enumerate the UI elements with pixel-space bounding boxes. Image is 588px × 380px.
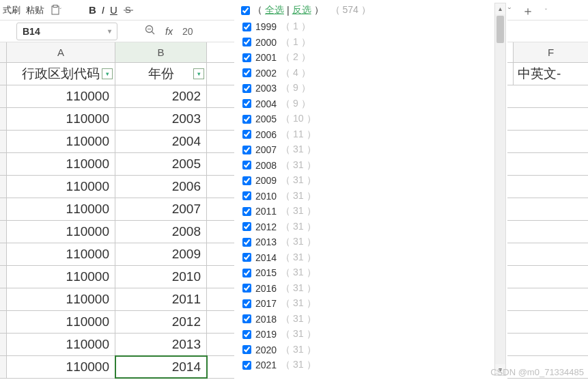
cell[interactable]: 2009 bbox=[115, 243, 207, 265]
select-all-corner[interactable] bbox=[0, 42, 7, 62]
chevron-down-icon[interactable]: ▾ bbox=[108, 27, 111, 35]
cell[interactable]: 110000 bbox=[7, 311, 115, 333]
filter-checkbox[interactable] bbox=[242, 207, 251, 216]
row-header[interactable] bbox=[0, 334, 7, 355]
cell[interactable]: 110000 bbox=[7, 198, 115, 220]
filter-button[interactable]: ▾ bbox=[193, 68, 204, 79]
plus-button[interactable]: ＋ bbox=[522, 3, 534, 19]
cell[interactable]: 2003 bbox=[115, 108, 207, 130]
filter-item[interactable]: 2018（ 31 ） bbox=[241, 312, 501, 327]
cell[interactable]: 2010 bbox=[115, 266, 207, 288]
row-header[interactable] bbox=[0, 85, 7, 107]
cell[interactable]: 110000 bbox=[7, 153, 115, 175]
zoom-icon[interactable] bbox=[145, 25, 156, 38]
filter-checkbox[interactable] bbox=[242, 176, 251, 185]
cell[interactable]: 2006 bbox=[115, 176, 207, 198]
select-all-link[interactable]: 全选 bbox=[265, 4, 284, 16]
filter-item[interactable]: 2013（ 31 ） bbox=[241, 234, 501, 250]
filter-checkbox[interactable] bbox=[242, 222, 251, 231]
select-all-checkbox[interactable] bbox=[241, 6, 250, 15]
paste-button[interactable]: 粘贴 ˇ bbox=[26, 4, 44, 16]
filter-checkbox[interactable] bbox=[242, 23, 251, 31]
cell[interactable]: 110000 bbox=[7, 266, 115, 288]
fx-label[interactable]: fx bbox=[165, 26, 173, 37]
filter-checkbox[interactable] bbox=[242, 38, 251, 46]
filter-checkbox[interactable] bbox=[242, 161, 251, 169]
cell[interactable]: 110000 bbox=[7, 356, 115, 378]
filter-item[interactable]: 1999（ 1 ） bbox=[241, 19, 501, 35]
cell[interactable]: 2013 bbox=[115, 334, 207, 355]
filter-button[interactable]: ▾ bbox=[102, 68, 113, 79]
filter-checkbox[interactable] bbox=[242, 284, 251, 293]
cell[interactable]: 2005 bbox=[115, 153, 207, 175]
row-header[interactable] bbox=[0, 131, 7, 152]
filter-item[interactable]: 2005（ 10 ） bbox=[241, 111, 501, 127]
row-header[interactable] bbox=[0, 356, 7, 378]
cell[interactable]: 110000 bbox=[7, 243, 115, 265]
cell[interactable]: 110000 bbox=[7, 85, 115, 107]
bold-button[interactable]: B bbox=[89, 4, 96, 16]
row-header[interactable] bbox=[0, 221, 7, 243]
row-header[interactable] bbox=[0, 266, 7, 288]
filter-item[interactable]: 2014（ 31 ） bbox=[241, 250, 501, 266]
filter-checkbox[interactable] bbox=[242, 361, 251, 370]
row-header[interactable] bbox=[0, 63, 7, 85]
cell[interactable]: 110000 bbox=[7, 131, 115, 152]
column-header-a[interactable]: A bbox=[7, 42, 115, 62]
filter-item[interactable]: 2009（ 31 ） bbox=[241, 173, 501, 189]
filter-checkbox[interactable] bbox=[242, 238, 251, 247]
formula-input[interactable]: 20 bbox=[182, 26, 193, 37]
filter-checkbox[interactable] bbox=[242, 99, 251, 108]
filter-item[interactable]: 2015（ 31 ） bbox=[241, 265, 501, 281]
row-header[interactable] bbox=[0, 108, 7, 130]
filter-item[interactable]: 2016（ 31 ） bbox=[241, 281, 501, 297]
filter-checkbox[interactable] bbox=[242, 314, 251, 323]
filter-item[interactable]: 2020（ 31 ） bbox=[241, 342, 501, 358]
filter-checkbox[interactable] bbox=[242, 146, 251, 154]
cell[interactable]: 2012 bbox=[115, 311, 207, 333]
filter-item[interactable]: 2006（ 11 ） bbox=[241, 127, 501, 143]
column-header-f[interactable]: F bbox=[513, 42, 588, 63]
filter-item[interactable]: 2004（ 9 ） bbox=[241, 96, 501, 112]
cell[interactable]: 110000 bbox=[7, 176, 115, 198]
filter-item[interactable]: 2008（ 31 ） bbox=[241, 158, 501, 174]
scrollbar-thumb[interactable] bbox=[496, 16, 504, 43]
filter-checkbox[interactable] bbox=[242, 191, 251, 200]
filter-item[interactable]: 2000（ 1 ） bbox=[241, 35, 501, 51]
vertical-scrollbar[interactable]: ▴ ▾ bbox=[494, 3, 506, 376]
cell[interactable]: 2004 bbox=[115, 131, 207, 152]
clipboard-icon[interactable]: ˇ bbox=[50, 5, 61, 16]
filter-item[interactable]: 2011（ 31 ） bbox=[241, 204, 501, 219]
filter-checkbox[interactable] bbox=[242, 253, 251, 262]
row-header[interactable] bbox=[0, 176, 7, 198]
format-painter-button[interactable]: 式刷 bbox=[3, 4, 20, 16]
strikethrough-button[interactable]: S bbox=[123, 5, 134, 16]
cell[interactable]: 2002 bbox=[115, 85, 207, 107]
filter-item[interactable]: 2017（ 31 ） bbox=[241, 296, 501, 312]
chevron-down-icon[interactable]: ˇ bbox=[508, 6, 511, 16]
filter-item[interactable]: 2003（ 9 ） bbox=[241, 81, 501, 96]
row-header[interactable] bbox=[0, 311, 7, 333]
filter-item[interactable]: 2012（ 31 ） bbox=[241, 219, 501, 235]
chevron-down-icon[interactable]: ˇ bbox=[545, 8, 547, 14]
cell[interactable]: 2008 bbox=[115, 221, 207, 243]
header-cell-f[interactable]: 中英文- bbox=[513, 63, 588, 85]
filter-item[interactable]: 2001（ 2 ） bbox=[241, 50, 501, 66]
filter-checkbox[interactable] bbox=[242, 115, 251, 124]
filter-item[interactable]: 2021（ 31 ） bbox=[241, 357, 501, 373]
filter-checkbox[interactable] bbox=[242, 68, 251, 77]
filter-checkbox[interactable] bbox=[242, 345, 251, 354]
cell[interactable]: 2007 bbox=[115, 198, 207, 220]
filter-checkbox[interactable] bbox=[242, 84, 251, 93]
italic-button[interactable]: I bbox=[102, 4, 104, 16]
row-header[interactable] bbox=[0, 288, 7, 310]
cell[interactable]: 110000 bbox=[7, 221, 115, 243]
cell[interactable]: 110000 bbox=[7, 108, 115, 130]
invert-selection-link[interactable]: 反选 bbox=[292, 4, 311, 16]
cell[interactable]: 2014 bbox=[115, 356, 207, 378]
cell[interactable]: 110000 bbox=[7, 288, 115, 310]
row-header[interactable] bbox=[0, 198, 7, 220]
filter-checkbox[interactable] bbox=[242, 53, 251, 62]
filter-checkbox[interactable] bbox=[242, 269, 251, 277]
filter-checkbox[interactable] bbox=[242, 299, 251, 308]
